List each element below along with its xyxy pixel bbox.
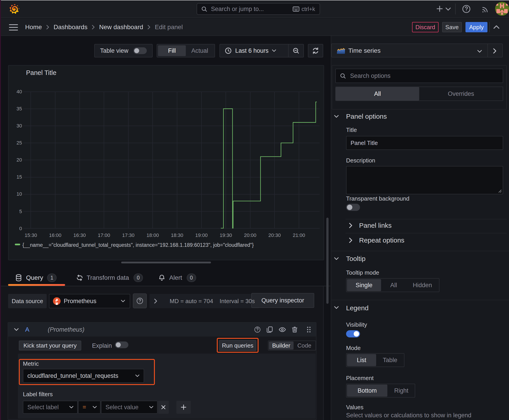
- svg-text:21:00: 21:00: [293, 232, 305, 238]
- svg-text:16:30: 16:30: [73, 232, 86, 238]
- svg-text:5: 5: [19, 209, 22, 214]
- svg-text:17:00: 17:00: [98, 232, 110, 238]
- svg-text:19:00: 19:00: [195, 232, 208, 238]
- svg-text:Panel Title: Panel Title: [26, 69, 56, 76]
- svg-text:16:00: 16:00: [49, 232, 61, 238]
- svg-text:10: 10: [17, 191, 22, 197]
- svg-text:30: 30: [17, 123, 22, 128]
- svg-text:17:30: 17:30: [122, 232, 134, 238]
- svg-text:35: 35: [17, 106, 22, 112]
- svg-text:15: 15: [17, 174, 22, 180]
- svg-text:{__name__="cloudflared_tunnel_: {__name__="cloudflared_tunnel_total_requ…: [23, 242, 254, 248]
- svg-text:19:30: 19:30: [220, 232, 232, 238]
- svg-text:20:00: 20:00: [244, 232, 256, 238]
- svg-text:15:30: 15:30: [25, 232, 37, 238]
- svg-text:25: 25: [17, 140, 22, 146]
- svg-text:18:30: 18:30: [171, 232, 183, 238]
- svg-text:20: 20: [17, 157, 22, 163]
- svg-text:40: 40: [17, 89, 22, 94]
- svg-text:20:30: 20:30: [268, 232, 281, 238]
- svg-text:0: 0: [19, 226, 22, 231]
- svg-text:18:00: 18:00: [146, 232, 159, 238]
